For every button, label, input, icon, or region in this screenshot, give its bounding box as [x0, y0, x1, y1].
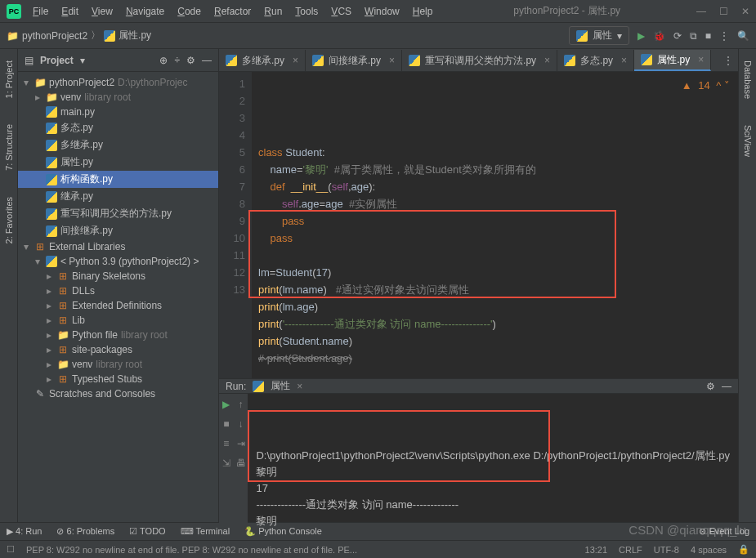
inspection-badge[interactable]: ▲ 14 ^ ˅: [682, 77, 730, 94]
menu-window[interactable]: Window: [360, 4, 405, 19]
maximize-button[interactable]: ☐: [719, 6, 728, 17]
print-button[interactable]: 🖶: [236, 458, 246, 469]
profile-button[interactable]: ⧉: [690, 30, 697, 42]
code-line[interactable]: [258, 247, 731, 264]
status-icon[interactable]: ☐: [7, 544, 15, 555]
stop-button[interactable]: ■: [705, 30, 711, 42]
tree-item[interactable]: ▾📁pythonProject2 D:\pythonProjec: [18, 75, 218, 90]
console-output[interactable]: D:\pythonProject1\pythonProject2\venv\Sc…: [248, 394, 738, 534]
code-line[interactable]: def __init__(self,age):: [258, 178, 731, 195]
tree-item[interactable]: ▸📁venv library root: [18, 357, 218, 372]
caret-position[interactable]: 13:21: [585, 545, 608, 555]
tree-item[interactable]: ▸📁Python file library root: [18, 328, 218, 342]
down-button[interactable]: ↓: [239, 418, 244, 430]
menu-navigate[interactable]: Navigate: [121, 4, 169, 19]
code-line[interactable]: pass: [258, 212, 731, 230]
tree-item[interactable]: main.py: [18, 105, 218, 119]
code-line[interactable]: self.age=age #实例属性: [258, 195, 731, 212]
close-button[interactable]: ✕: [741, 6, 749, 17]
breadcrumb-item[interactable]: 📁pythonProject2: [7, 30, 87, 42]
tool-window-button[interactable]: ☑ TODO: [129, 526, 165, 537]
menu-refactor[interactable]: Refactor: [209, 4, 256, 19]
settings-icon[interactable]: ⚙: [706, 381, 715, 392]
chevron-down-icon[interactable]: ▾: [80, 55, 85, 66]
file-encoding[interactable]: UTF-8: [654, 545, 679, 555]
menu-vcs[interactable]: VCS: [326, 4, 356, 19]
tree-item[interactable]: 继承.py: [18, 188, 218, 205]
code-line[interactable]: lm=Student(17): [258, 264, 731, 281]
tree-item[interactable]: 重写和调用父类的方法.py: [18, 205, 218, 222]
tree-item[interactable]: 属性.py: [18, 154, 218, 171]
menu-edit[interactable]: Edit: [56, 4, 83, 19]
more-button[interactable]: ⋮: [719, 30, 729, 42]
editor-tab[interactable]: 多态.py×: [557, 50, 634, 71]
tabs-more-icon[interactable]: ⋮: [718, 50, 738, 71]
tree-item[interactable]: ▸📁venv library root: [18, 90, 218, 105]
minimize-button[interactable]: —: [696, 6, 706, 17]
tool-window-button[interactable]: ⊘ 6: Problems: [56, 526, 114, 537]
coverage-button[interactable]: ⟳: [673, 30, 682, 42]
close-icon[interactable]: ×: [389, 55, 395, 66]
tool-tab[interactable]: 1: Project: [2, 56, 16, 103]
tool-tab[interactable]: Database: [741, 56, 754, 104]
tree-item[interactable]: ▸⊞DLLs: [18, 283, 218, 298]
tree-item[interactable]: 多继承.py: [18, 136, 218, 154]
tree-item[interactable]: 多态.py: [18, 119, 218, 136]
menu-run[interactable]: Run: [259, 4, 287, 19]
close-icon[interactable]: ×: [293, 55, 298, 66]
tree-item[interactable]: ▾⊞External Libraries: [18, 239, 218, 254]
layout-button[interactable]: ≡: [223, 438, 229, 449]
line-separator[interactable]: CRLF: [619, 545, 642, 555]
code-content[interactable]: ▲ 14 ^ ˅ class Student: name='黎明' #属于类属性…: [252, 72, 738, 378]
editor-tab[interactable]: 多继承.py×: [219, 50, 306, 71]
code-line[interactable]: print(lm.age): [258, 298, 731, 315]
tree-item[interactable]: ✎Scratches and Consoles: [18, 386, 218, 401]
code-line[interactable]: pass: [258, 230, 731, 247]
search-button[interactable]: 🔍: [737, 30, 749, 42]
wrap-button[interactable]: ⇥: [237, 438, 245, 449]
editor-tab[interactable]: 属性.py×: [634, 50, 711, 71]
code-line[interactable]: name='黎明' #属于类属性，就是Student类对象所拥有的: [258, 161, 731, 178]
code-line[interactable]: print(Student.name): [258, 333, 731, 350]
tree-item[interactable]: ▸⊞Lib: [18, 313, 218, 328]
code-editor[interactable]: 12345678910111213 ▲ 14 ^ ˅ class Student…: [219, 72, 738, 378]
close-icon[interactable]: ×: [297, 381, 302, 392]
tool-window-button[interactable]: ⌨ Terminal: [181, 526, 230, 537]
breadcrumb-item[interactable]: 属性.py: [104, 29, 151, 42]
stop-button[interactable]: ■: [223, 418, 229, 430]
indent-setting[interactable]: 4 spaces: [691, 545, 727, 555]
settings-icon[interactable]: ⚙: [186, 55, 195, 66]
hide-icon[interactable]: —: [202, 55, 212, 66]
code-line[interactable]: # print(Student.age): [258, 350, 731, 367]
tree-item[interactable]: 间接继承.py: [18, 222, 218, 239]
code-line[interactable]: print(lm.name) #通过实例对象去访问类属性: [258, 281, 731, 298]
code-line[interactable]: print('--------------通过类对象 访问 name------…: [258, 315, 731, 333]
tree-item[interactable]: ▸⊞Typeshed Stubs: [18, 372, 218, 386]
editor-tab[interactable]: 重写和调用父类的方法.py×: [402, 50, 557, 71]
rerun-button[interactable]: ▶: [222, 399, 230, 410]
editor-tab[interactable]: 间接继承.py×: [306, 50, 402, 71]
tool-tab[interactable]: 7: Structure: [2, 119, 16, 176]
tool-tab[interactable]: SciView: [741, 120, 754, 162]
tree-item[interactable]: 析构函数.py: [18, 171, 218, 188]
close-icon[interactable]: ×: [621, 55, 627, 66]
run-config-selector[interactable]: 属性 ▾: [569, 26, 629, 45]
tree-item[interactable]: ▸⊞site-packages: [18, 342, 218, 357]
menu-code[interactable]: Code: [172, 4, 206, 19]
project-view-icon[interactable]: ▤: [25, 55, 34, 66]
up-button[interactable]: ↑: [239, 399, 244, 410]
hide-icon[interactable]: —: [722, 381, 731, 392]
tree-item[interactable]: ▾< Python 3.9 (pythonProject2) >: [18, 254, 218, 269]
tree-item[interactable]: ▸⊞Extended Definitions: [18, 298, 218, 313]
menu-help[interactable]: Help: [408, 4, 438, 19]
tool-tab[interactable]: 2: Favorites: [2, 192, 16, 248]
expand-icon[interactable]: ÷: [174, 55, 180, 66]
debug-button[interactable]: 🐞: [653, 30, 665, 42]
lock-icon[interactable]: 🔒: [738, 544, 749, 555]
run-tab-label[interactable]: 属性: [271, 379, 290, 393]
locate-icon[interactable]: ⊕: [159, 55, 168, 66]
pin-button[interactable]: ⇲: [222, 458, 230, 469]
menu-view[interactable]: View: [87, 4, 118, 19]
run-button[interactable]: ▶: [637, 30, 645, 42]
tree-item[interactable]: ▸⊞Binary Skeletons: [18, 269, 218, 283]
